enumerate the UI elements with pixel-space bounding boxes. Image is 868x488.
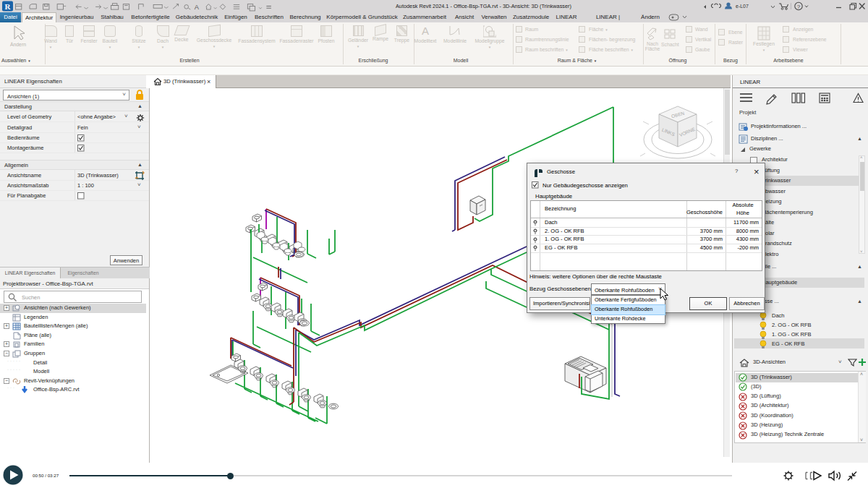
svg-text:Autodesk Revit 2024.1 - Office: Autodesk Revit 2024.1 - Office-Bsp-TGA.r…: [396, 3, 571, 9]
svg-text:A: A: [195, 4, 200, 11]
svg-text:e-L07: e-L07: [736, 4, 749, 9]
svg-text:R: R: [5, 2, 12, 11]
svg-text:?: ?: [797, 4, 801, 10]
